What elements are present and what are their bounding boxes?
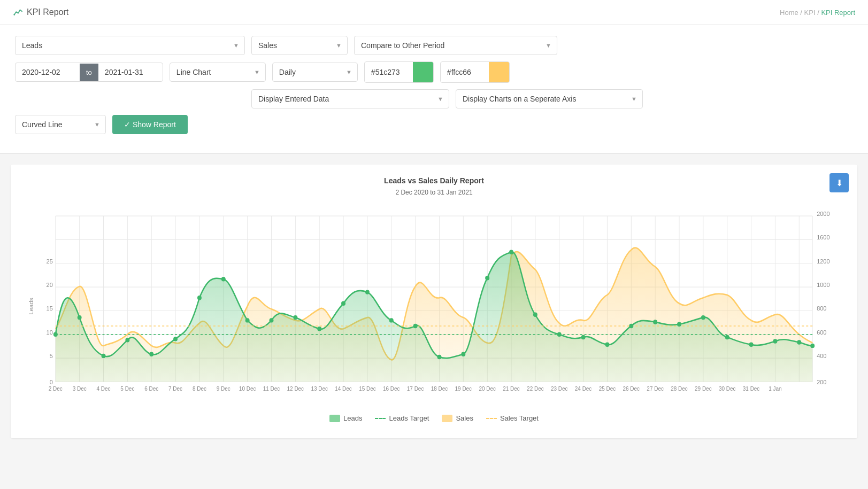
svg-point-91: [53, 332, 58, 337]
display-select-wrapper: Display Entered Data ▼: [251, 89, 449, 108]
svg-text:2000: 2000: [817, 211, 829, 217]
svg-text:1 Jan: 1 Jan: [769, 386, 782, 392]
compare-select[interactable]: Compare to Other Period: [355, 36, 464, 55]
svg-text:4 Dec: 4 Dec: [97, 386, 111, 392]
frequency-select[interactable]: Daily: [273, 63, 326, 81]
display-chevron-icon: ▼: [437, 96, 443, 102]
svg-point-101: [293, 315, 297, 320]
axis-select[interactable]: Display Charts on a Seperate Axis: [456, 90, 596, 108]
svg-text:200: 200: [817, 378, 826, 385]
chart-type-chevron-icon: ▼: [254, 69, 260, 75]
svg-text:20 Dec: 20 Dec: [479, 386, 496, 392]
svg-text:22 Dec: 22 Dec: [527, 386, 544, 392]
svg-text:17 Dec: 17 Dec: [407, 386, 424, 392]
curve-select[interactable]: Curved Line: [16, 115, 82, 134]
date-to-input[interactable]: [98, 63, 163, 81]
download-button[interactable]: ⬇: [829, 173, 849, 192]
color2-swatch[interactable]: [489, 62, 509, 82]
top-bar: KPI Report Home / KPI / KPI Report: [0, 0, 868, 25]
svg-text:27 Dec: 27 Dec: [647, 386, 664, 392]
controls-row-3: Display Entered Data ▼ Display Charts on…: [15, 89, 853, 108]
svg-text:5: 5: [50, 353, 53, 359]
breadcrumb-home[interactable]: Home: [780, 9, 798, 17]
svg-text:30 Dec: 30 Dec: [719, 386, 736, 392]
leads-chevron-icon: ▼: [233, 42, 239, 49]
chart-type-select[interactable]: Line Chart: [170, 63, 231, 81]
svg-text:21 Dec: 21 Dec: [503, 386, 520, 392]
leads-select[interactable]: Leads: [16, 36, 69, 55]
svg-point-99: [245, 318, 250, 322]
svg-point-107: [437, 355, 441, 359]
svg-point-92: [78, 315, 82, 320]
svg-point-102: [317, 327, 321, 331]
legend-sales-target-line: [486, 418, 497, 419]
svg-point-116: [653, 320, 657, 324]
svg-point-109: [485, 276, 489, 280]
svg-text:10: 10: [47, 329, 53, 335]
svg-point-121: [773, 339, 777, 343]
legend-sales-label: Sales: [456, 414, 473, 422]
color2-text[interactable]: [441, 63, 489, 81]
svg-point-112: [557, 332, 562, 337]
frequency-select-wrapper: Daily ▼: [272, 63, 358, 82]
svg-text:9 Dec: 9 Dec: [217, 386, 231, 392]
svg-point-115: [629, 324, 633, 328]
svg-text:24 Dec: 24 Dec: [575, 386, 592, 392]
legend-leads-label: Leads: [343, 414, 362, 422]
svg-point-119: [725, 335, 729, 339]
svg-point-118: [701, 315, 705, 320]
svg-text:26 Dec: 26 Dec: [623, 386, 640, 392]
date-range: to: [15, 63, 163, 82]
svg-text:25 Dec: 25 Dec: [599, 386, 616, 392]
svg-point-122: [797, 340, 801, 344]
leads-select-wrapper: Leads ▼: [15, 36, 245, 55]
svg-text:28 Dec: 28 Dec: [671, 386, 688, 392]
svg-text:6 Dec: 6 Dec: [144, 386, 158, 392]
svg-text:13 Dec: 13 Dec: [311, 386, 328, 392]
axis-chevron-icon: ▼: [631, 96, 637, 102]
sales-chevron-icon: ▼: [336, 42, 342, 49]
svg-point-95: [149, 352, 153, 356]
svg-point-98: [221, 277, 226, 281]
show-report-button[interactable]: ✓ Show Report: [112, 115, 188, 134]
svg-text:8 Dec: 8 Dec: [193, 386, 206, 392]
color1-text[interactable]: [365, 63, 413, 81]
svg-text:3 Dec: 3 Dec: [73, 386, 87, 392]
svg-text:400: 400: [817, 353, 826, 359]
svg-text:12 Dec: 12 Dec: [287, 386, 304, 392]
sales-select[interactable]: Sales: [252, 36, 305, 55]
legend-leads-target-label: Leads Target: [389, 414, 429, 422]
svg-text:10 Dec: 10 Dec: [239, 386, 256, 392]
sales-select-wrapper: Sales ▼: [251, 36, 348, 55]
svg-text:25: 25: [47, 258, 53, 264]
svg-point-0: [13, 14, 15, 15]
svg-point-113: [581, 335, 586, 339]
chart-subtitle: 2 Dec 2020 to 31 Jan 2021: [24, 189, 844, 196]
svg-point-114: [605, 343, 609, 347]
color1-swatch[interactable]: [413, 62, 433, 82]
svg-text:0: 0: [50, 378, 53, 385]
svg-point-111: [533, 313, 537, 317]
svg-text:18 Dec: 18 Dec: [431, 386, 448, 392]
svg-text:1600: 1600: [817, 234, 829, 240]
svg-point-104: [365, 290, 370, 294]
legend-leads-target-line: [375, 418, 386, 419]
svg-point-106: [413, 324, 418, 328]
color2-field: [440, 61, 510, 83]
svg-text:15 Dec: 15 Dec: [359, 386, 376, 392]
svg-text:800: 800: [817, 305, 826, 312]
date-from-input[interactable]: [16, 63, 80, 81]
breadcrumb: Home / KPI / KPI Report: [780, 9, 855, 17]
svg-text:7 Dec: 7 Dec: [168, 386, 182, 392]
svg-text:19 Dec: 19 Dec: [455, 386, 472, 392]
chart-svg: 0 5 10 15 20 25 Leads 200 400 600 800 10…: [24, 205, 844, 408]
controls-panel: Leads ▼ Sales ▼ Compare to Other Period …: [0, 25, 868, 154]
svg-text:Leads: Leads: [28, 298, 34, 315]
axis-select-wrapper: Display Charts on a Seperate Axis ▼: [456, 89, 643, 108]
controls-row-4: Curved Line ▼ ✓ Show Report: [15, 115, 853, 134]
compare-select-wrapper: Compare to Other Period ▼: [354, 36, 557, 55]
chart-container: 0 5 10 15 20 25 Leads 200 400 600 800 10…: [24, 205, 844, 408]
breadcrumb-kpi[interactable]: KPI: [804, 9, 816, 17]
display-select[interactable]: Display Entered Data: [252, 90, 349, 108]
color1-field: [364, 61, 434, 83]
